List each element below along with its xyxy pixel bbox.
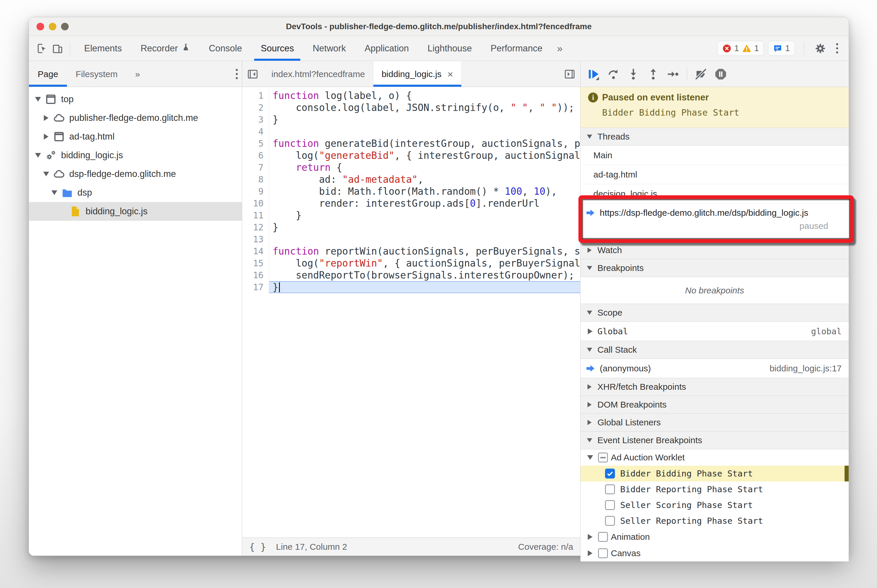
checkbox-unchecked[interactable]	[598, 548, 608, 558]
main-tab-lighthouse[interactable]: Lighthouse	[418, 36, 481, 61]
checkbox-indeterminate[interactable]	[598, 453, 608, 462]
step-over-icon[interactable]	[605, 65, 623, 83]
main-tab-application[interactable]: Application	[355, 36, 418, 61]
main-tab-console[interactable]: Console	[200, 36, 251, 61]
editor-tab-bidding-logic-js[interactable]: bidding_logic.js×	[373, 61, 462, 87]
more-navigator-tabs-button[interactable]: »	[126, 61, 149, 87]
checkbox-checked[interactable]	[605, 469, 615, 478]
tab-filesystem[interactable]: Filesystem	[67, 61, 126, 87]
main-tab-sources[interactable]: Sources	[251, 36, 303, 61]
call-stack-frame[interactable]: (anonymous) bidding_logic.js:17	[581, 359, 848, 378]
code-line-13[interactable]: 13	[242, 233, 580, 245]
step-icon[interactable]	[664, 65, 682, 83]
code-line-10[interactable]: 10 render: interestGroup.ads[0].renderUr…	[242, 197, 580, 209]
line-number[interactable]: 11	[242, 209, 269, 221]
thread-row[interactable]: decision_logic.js	[581, 184, 848, 204]
line-number[interactable]: 6	[242, 150, 269, 162]
disclosure-triangle-icon[interactable]	[585, 455, 595, 460]
main-tab-recorder[interactable]: Recorder	[131, 36, 200, 61]
main-tab-network[interactable]: Network	[303, 36, 355, 61]
step-into-icon[interactable]	[624, 65, 642, 83]
hide-navigator-icon[interactable]	[245, 66, 261, 82]
pretty-print-icon[interactable]: { }	[249, 541, 266, 552]
section-call-stack[interactable]: Call Stack	[581, 341, 848, 359]
disclosure-triangle-icon[interactable]	[33, 153, 43, 158]
elb-item-bidder-reporting-phase-start[interactable]: Bidder Reporting Phase Start	[581, 482, 848, 497]
disclosure-triangle-icon[interactable]	[585, 534, 595, 540]
code-line-1[interactable]: 1function log(label, o) {	[242, 90, 580, 102]
zoom-window-button[interactable]	[61, 23, 69, 30]
thread-row-current[interactable]: https://dsp-fledge-demo.glitch.me/dsp/bi…	[581, 204, 848, 242]
line-number[interactable]: 7	[242, 162, 269, 173]
main-tab-elements[interactable]: Elements	[75, 36, 131, 61]
elb-group-animation[interactable]: Animation	[581, 529, 848, 545]
section-scope[interactable]: Scope	[581, 304, 848, 322]
checkbox-unchecked[interactable]	[605, 516, 615, 526]
line-number[interactable]: 13	[242, 233, 269, 245]
main-tab-performance[interactable]: Performance	[481, 36, 552, 61]
scope-global-row[interactable]: Global global	[581, 322, 848, 341]
line-number[interactable]: 15	[242, 257, 269, 269]
navigator-menu-icon[interactable]	[232, 69, 242, 79]
disclosure-triangle-icon[interactable]	[50, 190, 59, 195]
line-number[interactable]: 9	[242, 185, 269, 197]
errors-warnings-badge[interactable]: 1 1	[717, 41, 764, 56]
device-toolbar-icon[interactable]	[50, 41, 65, 56]
code-line-4[interactable]: 4	[242, 126, 580, 138]
thread-row[interactable]: Main	[581, 146, 848, 165]
code-line-7[interactable]: 7 return {	[242, 162, 580, 173]
tab-page[interactable]: Page	[29, 61, 67, 87]
line-number[interactable]: 10	[242, 197, 269, 209]
line-number[interactable]: 16	[242, 269, 269, 281]
elb-item-seller-reporting-phase-start[interactable]: Seller Reporting Phase Start	[581, 513, 848, 529]
step-out-icon[interactable]	[644, 65, 662, 83]
elb-group-canvas[interactable]: Canvas	[581, 545, 848, 561]
code-line-5[interactable]: 5function generateBid(interestGroup, auc…	[242, 138, 580, 150]
show-debugger-icon[interactable]	[561, 66, 578, 82]
section-xhr-fetch-breakpoints[interactable]: XHR/fetch Breakpoints	[581, 378, 848, 396]
code-line-16[interactable]: 16 sendReportTo(browserSignals.interestG…	[242, 269, 580, 281]
checkbox-unchecked[interactable]	[598, 532, 608, 542]
line-number[interactable]: 17	[242, 281, 269, 293]
resume-script-icon[interactable]	[585, 65, 603, 83]
line-number[interactable]: 2	[242, 102, 269, 114]
pause-on-exceptions-icon[interactable]	[712, 65, 730, 83]
line-number[interactable]: 12	[242, 221, 269, 233]
thread-row[interactable]: ad-tag.html	[581, 165, 848, 184]
code-line-17[interactable]: 17}	[242, 281, 580, 293]
checkbox-unchecked[interactable]	[605, 484, 615, 494]
tree-item-bidding-logic-js[interactable]: bidding_logic.js	[29, 146, 242, 165]
close-tab-icon[interactable]: ×	[447, 69, 453, 79]
minimize-window-button[interactable]	[49, 23, 56, 30]
code-line-2[interactable]: 2 console.log(label, JSON.stringify(o, "…	[242, 102, 580, 114]
section-breakpoints[interactable]: Breakpoints	[581, 259, 848, 277]
elb-group-ad-auction-worklet[interactable]: Ad Auction Worklet	[581, 449, 848, 466]
code-line-12[interactable]: 12}	[242, 221, 580, 233]
checkbox-unchecked[interactable]	[605, 500, 615, 510]
code-line-11[interactable]: 11 }	[242, 209, 580, 221]
line-number[interactable]: 8	[242, 173, 269, 185]
code-line-3[interactable]: 3}	[242, 114, 580, 126]
tree-item-bidding-logic-js[interactable]: bidding_logic.js	[29, 202, 242, 221]
line-number[interactable]: 5	[242, 138, 269, 150]
tree-item-top[interactable]: top	[29, 90, 242, 109]
code-line-8[interactable]: 8 ad: "ad-metadata",	[242, 173, 580, 185]
section-threads[interactable]: Threads	[581, 128, 848, 146]
inspect-element-icon[interactable]	[35, 41, 50, 56]
code-line-15[interactable]: 15 log("reportWin", { auctionSignals, pe…	[242, 257, 580, 269]
elb-item-seller-scoring-phase-start[interactable]: Seller Scoring Phase Start	[581, 497, 848, 513]
code-line-9[interactable]: 9 bid: Math.floor(Math.random() * 100, 1…	[242, 185, 580, 197]
elb-item-bidder-bidding-phase-start[interactable]: Bidder Bidding Phase Start	[581, 466, 848, 482]
section-watch[interactable]: Watch	[581, 241, 848, 259]
disclosure-triangle-icon[interactable]	[41, 115, 51, 121]
line-number[interactable]: 3	[242, 114, 269, 126]
section-event-listener-breakpoints[interactable]: Event Listener Breakpoints	[581, 431, 848, 449]
line-number[interactable]: 14	[242, 245, 269, 257]
code-line-6[interactable]: 6 log("generateBid", { interestGroup, au…	[242, 150, 580, 162]
disclosure-triangle-icon[interactable]	[41, 134, 51, 140]
tree-item-dsp[interactable]: dsp	[29, 183, 242, 202]
more-panels-button[interactable]: »	[552, 43, 568, 54]
settings-gear-icon[interactable]	[813, 41, 828, 56]
disclosure-triangle-icon[interactable]	[585, 550, 595, 556]
tree-item-ad-tag-html[interactable]: ad-tag.html	[29, 127, 242, 146]
